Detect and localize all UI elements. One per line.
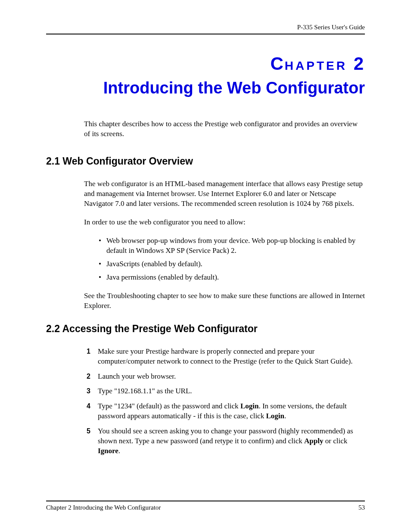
chapter-label-smallcaps: HAPTER (285, 59, 347, 72)
header-right-text: P-335 Series User's Guide (297, 24, 365, 31)
list-item: JavaScripts (enabled by default). (99, 259, 365, 269)
section-heading-2-2: 2.2 Accessing the Prestige Web Configura… (46, 323, 365, 335)
list-item: Java permissions (enabled by default). (99, 273, 365, 283)
chapter-label: CHAPTER 2 (46, 53, 365, 74)
list-item: You should see a screen asking you to ch… (84, 426, 365, 456)
step-bold: Apply (304, 437, 323, 445)
step-bold: Login (266, 412, 284, 420)
chapter-number: 2 (347, 53, 365, 74)
paragraph: The web configurator is an HTML-based ma… (84, 179, 365, 209)
list-item: Web browser pop-up windows from your dev… (99, 236, 365, 256)
section-heading-2-1: 2.1 Web Configurator Overview (46, 156, 365, 167)
section-2-1-body: The web configurator is an HTML-based ma… (84, 179, 365, 311)
paragraph: See the Troubleshooting chapter to see h… (84, 291, 365, 311)
chapter-label-capital: C (271, 53, 285, 74)
list-item: Make sure your Prestige hardware is prop… (84, 347, 365, 367)
footer-left-text: Chapter 2 Introducing the Web Configurat… (46, 504, 161, 511)
chapter-intro: This chapter describes how to access the… (84, 119, 365, 139)
step-text: . (118, 447, 120, 455)
chapter-subtitle: Introducing the Web Configurator (46, 78, 365, 99)
step-text: Type "1234" (default) as the password an… (98, 402, 240, 410)
list-item: Type "1234" (default) as the password an… (84, 401, 365, 421)
page-header: P-335 Series User's Guide (46, 24, 365, 34)
numbered-steps: Make sure your Prestige hardware is prop… (84, 347, 365, 456)
step-text: or click (324, 437, 348, 445)
list-item: Type "192.168.1.1" as the URL. (84, 386, 365, 396)
footer-page-number: 53 (358, 504, 365, 511)
chapter-title-block: CHAPTER 2 Introducing the Web Configurat… (46, 53, 365, 99)
step-bold: Ignore (98, 447, 118, 455)
paragraph: In order to use the web configurator you… (84, 218, 365, 227)
bullet-list: Web browser pop-up windows from your dev… (99, 236, 365, 283)
list-item: Launch your web browser. (84, 372, 365, 382)
step-text: . (284, 412, 286, 420)
step-bold: Login (240, 402, 259, 410)
page-footer: Chapter 2 Introducing the Web Configurat… (46, 501, 365, 511)
